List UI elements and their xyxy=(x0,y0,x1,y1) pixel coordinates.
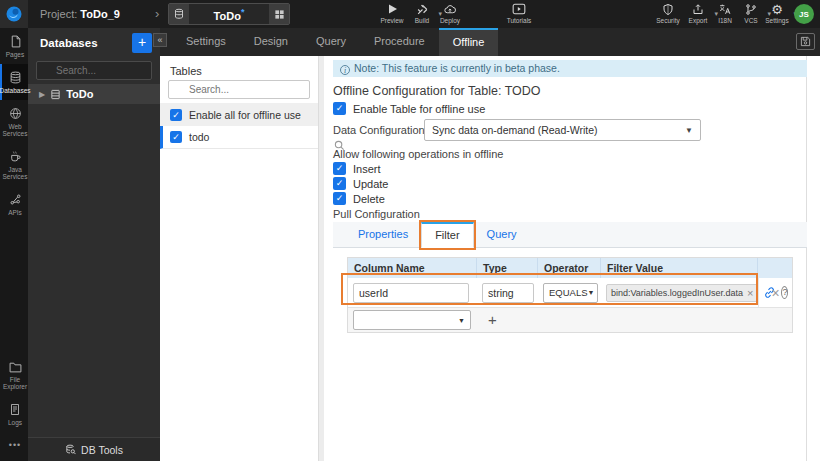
pull-configuration-label: Pull Configuration xyxy=(333,208,420,220)
filter-value-chip: bind:Variables.loggedInUser.data × xyxy=(606,284,758,302)
database-item-label: ToDo xyxy=(66,88,93,100)
tables-search-input[interactable] xyxy=(168,80,310,99)
collapse-panel-button[interactable]: « xyxy=(153,33,167,47)
artifact-name: ToDo* xyxy=(189,7,269,22)
sidebar-item-apis[interactable]: APIs xyxy=(0,186,28,222)
sidebar-item-file-explorer[interactable]: File Explorer xyxy=(0,354,28,396)
type-input[interactable] xyxy=(482,283,534,303)
database-icon xyxy=(169,4,189,24)
enable-all-offline-label: Enable all for offline use xyxy=(189,109,301,121)
grid-icon[interactable] xyxy=(269,4,289,24)
tab-properties[interactable]: Properties xyxy=(345,222,421,248)
wavemaker-logo[interactable] xyxy=(0,0,28,28)
col-header-actions xyxy=(758,258,792,278)
offline-config-pane: iNote: This feature is currently in beta… xyxy=(324,56,820,461)
beta-note-text: Note: This feature is currently in beta … xyxy=(354,62,560,74)
operation-insert-row[interactable]: Insert xyxy=(333,162,381,175)
tab-query[interactable]: Query xyxy=(302,28,360,56)
enable-table-offline-label: Enable Table for offline use xyxy=(353,103,485,115)
save-button[interactable] xyxy=(796,33,815,50)
tutorials-button[interactable]: Tutorials xyxy=(497,2,541,24)
operation-update-label: Update xyxy=(353,178,388,190)
deploy-label: Deploy xyxy=(428,17,472,24)
tables-panel: Tables Enable all for offline use todo xyxy=(160,56,318,461)
search-icon xyxy=(334,140,345,151)
table-row-todo[interactable]: todo xyxy=(160,126,318,149)
add-database-button[interactable]: + xyxy=(132,33,152,53)
tutorials-label: Tutorials xyxy=(497,17,541,24)
databases-panel: Databases + ▶ ToDo DB Tools xyxy=(28,28,160,461)
chevron-right-icon: › xyxy=(155,6,159,21)
tables-panel-title: Tables xyxy=(170,65,202,77)
databases-search-input[interactable] xyxy=(36,61,152,80)
operation-update-row[interactable]: Update xyxy=(333,177,388,190)
gear-icon: ⚙ xyxy=(755,2,799,16)
sidebar-item-more[interactable]: ••• xyxy=(0,432,28,455)
tab-filter[interactable]: Filter xyxy=(421,222,473,248)
operator-select[interactable]: EQUALS ▼ xyxy=(543,283,598,303)
settings-label: Settings xyxy=(755,17,799,24)
operation-insert-label: Insert xyxy=(353,163,381,175)
filter-table-row: EQUALS ▼ bind:Variables.loggedInUser.dat… xyxy=(348,278,792,307)
api-nodes-icon xyxy=(9,193,22,206)
video-icon xyxy=(497,2,541,16)
database-icon xyxy=(50,89,61,100)
col-header-type: Type xyxy=(477,258,538,278)
enable-table-offline-row[interactable]: Enable Table for offline use xyxy=(333,102,485,115)
data-configuration-select[interactable]: Sync data on-demand (Read-Write) ▼ xyxy=(424,119,701,141)
db-tools-button[interactable]: DB Tools xyxy=(28,437,160,461)
tab-procedure[interactable]: Procedure xyxy=(360,28,439,56)
db-tools-icon xyxy=(65,444,76,455)
delete-row-icon[interactable]: × xyxy=(758,278,792,307)
filter-value-text: bind:Variables.loggedInUser.data xyxy=(611,288,743,298)
operator-value: EQUALS xyxy=(549,287,588,298)
sidebar-item-web-services[interactable]: Web Services xyxy=(0,100,28,143)
checkbox-checked-icon[interactable] xyxy=(333,102,346,115)
tab-query-pull[interactable]: Query xyxy=(474,222,530,248)
chevron-down-icon: ▼ xyxy=(588,289,595,296)
operation-delete-label: Delete xyxy=(353,193,385,205)
column-name-input[interactable] xyxy=(353,283,469,303)
checkbox-checked-icon[interactable] xyxy=(170,131,182,143)
new-column-select[interactable]: ▼ xyxy=(353,310,471,330)
filter-table: Column Name Type Operator Filter Value E… xyxy=(347,257,793,333)
remove-chip-icon[interactable]: × xyxy=(747,287,753,299)
db-tools-label: DB Tools xyxy=(81,444,123,456)
sidebar-item-pages[interactable]: Pages xyxy=(0,28,28,64)
beta-note-banner: iNote: This feature is currently in beta… xyxy=(333,60,807,77)
add-filter-row-button[interactable]: + xyxy=(488,310,497,330)
expand-caret-icon[interactable]: ▶ xyxy=(39,90,45,99)
filter-table-add-row: ▼ + xyxy=(348,307,792,332)
scrollbar-track[interactable] xyxy=(806,56,807,461)
enable-all-offline-row[interactable]: Enable all for offline use xyxy=(160,103,318,126)
top-bar: Project: ToDo_9 › ToDo* Preview Build ▾ … xyxy=(0,0,820,28)
tab-settings[interactable]: Settings xyxy=(172,28,240,56)
entity-tab-bar: Settings Design Query Procedure Offline xyxy=(160,28,820,56)
checkbox-checked-icon[interactable] xyxy=(170,109,182,121)
tab-offline[interactable]: Offline xyxy=(439,28,499,56)
chevron-down-icon: ▼ xyxy=(685,126,693,135)
checkbox-checked-icon[interactable] xyxy=(333,192,346,205)
deploy-button[interactable]: Deploy xyxy=(428,2,472,24)
database-icon xyxy=(9,71,22,84)
sidebar-item-java-services[interactable]: Java Services xyxy=(0,143,28,186)
table-row-label: todo xyxy=(189,131,209,143)
open-artifact-tab[interactable]: ToDo* xyxy=(168,3,290,25)
settings-button[interactable]: ⚙ Settings ▾ xyxy=(755,2,799,24)
checkbox-checked-icon[interactable] xyxy=(333,162,346,175)
database-tree-item-todo[interactable]: ▶ ToDo xyxy=(28,84,160,104)
java-cup-icon xyxy=(9,150,22,163)
col-header-operator: Operator xyxy=(538,258,601,278)
project-name-value: ToDo_9 xyxy=(80,8,120,20)
user-avatar[interactable]: JS xyxy=(794,4,814,24)
sidebar-item-logs[interactable]: Logs xyxy=(0,396,28,432)
data-configuration-value: Sync data on-demand (Read-Write) xyxy=(432,124,598,136)
tab-design[interactable]: Design xyxy=(240,28,302,56)
page-icon xyxy=(9,35,22,48)
operation-delete-row[interactable]: Delete xyxy=(333,192,385,205)
sidebar-item-databases[interactable]: Databases xyxy=(0,64,28,100)
checkbox-checked-icon[interactable] xyxy=(333,177,346,190)
left-icon-rail: Pages Databases Web Services Java Servic… xyxy=(0,28,28,461)
operations-section-label: Allow following operations in offline xyxy=(333,148,503,160)
project-label: Project: xyxy=(40,8,77,20)
